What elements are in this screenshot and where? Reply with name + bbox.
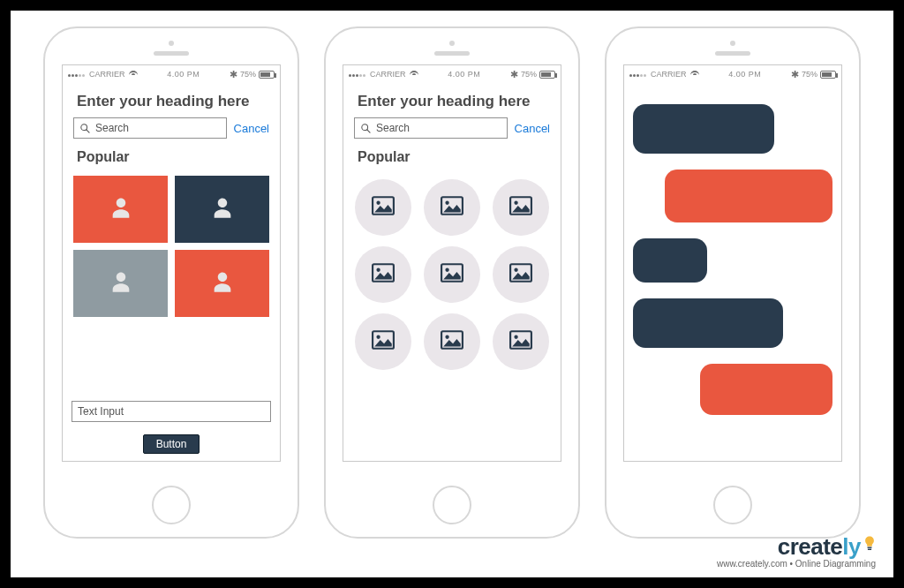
person-icon bbox=[109, 195, 133, 223]
phone-mockup-1: CARRIER 4.00 PM ✱ 75% Enter your heading… bbox=[43, 26, 299, 539]
gallery-item[interactable] bbox=[424, 179, 480, 236]
bluetooth-icon: ✱ bbox=[791, 70, 799, 79]
cancel-link[interactable]: Cancel bbox=[234, 122, 269, 135]
bulb-icon bbox=[863, 531, 876, 559]
image-icon bbox=[509, 330, 532, 353]
gallery-item[interactable] bbox=[493, 313, 549, 370]
phone-camera-dot bbox=[449, 41, 455, 46]
phone-earpiece bbox=[715, 41, 750, 56]
heading: Enter your heading here bbox=[352, 92, 552, 110]
chat-bubble-received[interactable] bbox=[633, 104, 774, 154]
search-icon bbox=[360, 123, 372, 134]
image-icon bbox=[441, 196, 463, 219]
image-icon bbox=[509, 263, 532, 286]
image-icon bbox=[372, 196, 395, 219]
home-button[interactable] bbox=[152, 486, 191, 524]
popular-grid bbox=[72, 176, 271, 317]
bluetooth-icon: ✱ bbox=[510, 70, 518, 79]
phone-screen: CARRIER 4.00 PM ✱ 75% bbox=[623, 64, 842, 462]
battery-pct: 75% bbox=[802, 70, 817, 79]
signal-dots-icon bbox=[629, 70, 647, 79]
image-icon bbox=[509, 196, 532, 219]
phone-screen: CARRIER 4.00 PM ✱ 75% Enter your heading… bbox=[343, 64, 561, 462]
image-icon bbox=[441, 263, 463, 286]
phone-earpiece bbox=[154, 41, 189, 56]
wifi-icon bbox=[690, 71, 699, 78]
phone-earpiece bbox=[434, 41, 470, 56]
brand-footer: creately www.creately.com • Online Diagr… bbox=[717, 533, 876, 569]
section-label: Popular bbox=[72, 146, 271, 169]
clock-label: 4.00 PM bbox=[422, 70, 507, 79]
status-bar: CARRIER 4.00 PM ✱ 75% bbox=[63, 65, 280, 83]
carrier-label: CARRIER bbox=[89, 70, 125, 79]
image-icon bbox=[372, 263, 395, 286]
person-icon bbox=[210, 269, 235, 298]
cancel-link[interactable]: Cancel bbox=[515, 122, 550, 135]
person-icon bbox=[109, 269, 133, 298]
phone-speaker bbox=[715, 51, 750, 56]
status-bar: CARRIER 4.00 PM ✱ 75% bbox=[624, 65, 841, 83]
signal-dots-icon bbox=[349, 70, 366, 79]
popular-tile[interactable] bbox=[175, 250, 269, 317]
signal-dots-icon bbox=[68, 70, 86, 79]
gallery-item[interactable] bbox=[424, 313, 480, 370]
image-icon bbox=[372, 330, 395, 353]
search-placeholder: Search bbox=[376, 122, 410, 134]
search-input[interactable]: Search bbox=[354, 117, 508, 139]
battery-icon bbox=[259, 71, 275, 79]
text-input-placeholder: Text Input bbox=[78, 405, 124, 418]
popular-tile[interactable] bbox=[73, 176, 168, 243]
phone-mockup-2: CARRIER 4.00 PM ✱ 75% Enter your heading… bbox=[324, 26, 580, 539]
battery-icon bbox=[820, 71, 836, 79]
popular-grid bbox=[352, 176, 552, 373]
wifi-icon bbox=[129, 71, 138, 78]
gallery-item[interactable] bbox=[355, 179, 411, 236]
phone-speaker bbox=[154, 51, 189, 56]
brand-logo: creately bbox=[717, 533, 876, 561]
popular-tile[interactable] bbox=[175, 176, 269, 243]
gallery-item[interactable] bbox=[424, 246, 480, 303]
battery-pct: 75% bbox=[240, 70, 256, 79]
carrier-label: CARRIER bbox=[370, 70, 406, 79]
chat-bubble-received[interactable] bbox=[633, 238, 707, 283]
bluetooth-icon: ✱ bbox=[230, 70, 237, 79]
heading: Enter your heading here bbox=[72, 92, 271, 110]
search-icon bbox=[79, 123, 91, 134]
section-label: Popular bbox=[352, 146, 552, 169]
search-placeholder: Search bbox=[95, 122, 129, 134]
carrier-label: CARRIER bbox=[651, 70, 687, 79]
search-input[interactable]: Search bbox=[73, 117, 227, 139]
gallery-item[interactable] bbox=[493, 179, 549, 236]
chat-bubble-received[interactable] bbox=[633, 298, 783, 348]
home-button[interactable] bbox=[433, 486, 471, 524]
clock-label: 4.00 PM bbox=[141, 70, 226, 79]
brand-tagline: www.creately.com • Online Diagramming bbox=[717, 559, 876, 569]
chat-bubble-sent[interactable] bbox=[700, 364, 832, 415]
phone-camera-dot bbox=[169, 41, 174, 46]
submit-button[interactable]: Button bbox=[143, 434, 200, 454]
phone-camera-dot bbox=[730, 41, 735, 46]
text-input[interactable]: Text Input bbox=[72, 401, 271, 422]
gallery-item[interactable] bbox=[355, 313, 411, 370]
phone-speaker bbox=[434, 51, 470, 56]
phone-screen: CARRIER 4.00 PM ✱ 75% Enter your heading… bbox=[62, 64, 281, 462]
person-icon bbox=[210, 195, 235, 223]
popular-tile[interactable] bbox=[73, 250, 168, 317]
wifi-icon bbox=[410, 71, 418, 78]
brand-name-accent: ly bbox=[842, 533, 861, 560]
chat-bubble-sent[interactable] bbox=[665, 170, 832, 222]
gallery-item[interactable] bbox=[355, 246, 411, 303]
gallery-item[interactable] bbox=[493, 246, 549, 303]
brand-name-main: create bbox=[778, 533, 843, 560]
battery-icon bbox=[539, 71, 555, 79]
chat-thread bbox=[624, 83, 841, 415]
phone-mockup-3: CARRIER 4.00 PM ✱ 75% bbox=[605, 26, 861, 539]
home-button[interactable] bbox=[713, 486, 752, 524]
clock-label: 4.00 PM bbox=[703, 70, 787, 79]
image-icon bbox=[441, 330, 463, 353]
battery-pct: 75% bbox=[521, 70, 537, 79]
status-bar: CARRIER 4.00 PM ✱ 75% bbox=[343, 65, 561, 83]
